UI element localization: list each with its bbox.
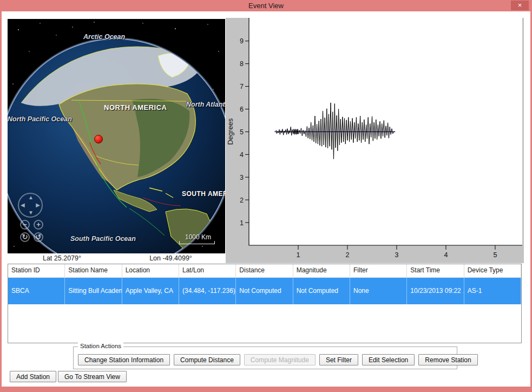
station-actions-group: Station Actions Change Station Informati… xyxy=(73,347,457,369)
pan-down-icon[interactable]: ▼ xyxy=(28,210,34,215)
svg-text:2: 2 xyxy=(346,251,350,259)
title-bar[interactable]: Event View × xyxy=(0,0,532,11)
svg-text:1: 1 xyxy=(297,251,300,259)
column-header-start-time[interactable]: Start Time xyxy=(407,264,464,277)
svg-text:3: 3 xyxy=(240,174,244,181)
svg-text:8: 8 xyxy=(240,60,244,68)
cell-start-time[interactable]: 10/23/2013 09:22 … xyxy=(407,278,464,304)
pan-right-icon[interactable]: ▶ xyxy=(36,202,40,208)
svg-text:5: 5 xyxy=(493,251,497,259)
go-to-stream-view-button[interactable]: Go To Stream View xyxy=(58,371,127,382)
cell-filter[interactable]: None xyxy=(350,278,407,304)
globe-earth-graphic xyxy=(8,19,225,253)
add-station-button[interactable]: Add Station xyxy=(10,371,56,382)
compute-distance-button[interactable]: Compute Distance xyxy=(174,354,240,365)
cursor-position-bar: Lat 25.2079° Lon -49.4099° xyxy=(8,253,225,264)
cell-location[interactable]: Apple Valley, CA xyxy=(122,278,179,304)
svg-text:7: 7 xyxy=(240,83,244,90)
svg-text:4: 4 xyxy=(240,151,244,159)
zoom-out-button[interactable]: − xyxy=(20,220,30,230)
close-button[interactable]: × xyxy=(511,1,529,10)
change-station-information-button[interactable]: Change Station Information xyxy=(78,354,170,365)
globe-map-panel[interactable]: Arctic Ocean North Pacific Ocean NORTH A… xyxy=(8,19,225,253)
svg-text:2: 2 xyxy=(240,197,244,204)
seismogram-plot: 12345678912345Time (Minutes)Degrees xyxy=(226,18,524,263)
edit-selection-button[interactable]: Edit Selection xyxy=(362,354,415,365)
station-actions-buttons: Change Station Information Compute Dista… xyxy=(78,354,478,365)
svg-text:Degrees: Degrees xyxy=(226,118,234,145)
cell-station-name[interactable]: Sitting Bull Academy xyxy=(65,278,122,304)
window-border-left xyxy=(0,11,2,392)
svg-text:Time (Minutes): Time (Minutes) xyxy=(373,262,420,263)
cell-station-id[interactable]: SBCA xyxy=(8,278,65,304)
station-actions-legend: Station Actions xyxy=(78,343,123,349)
svg-text:3: 3 xyxy=(395,251,398,259)
zoom-in-button[interactable]: + xyxy=(34,220,43,230)
latitude-readout: Lat 25.2079° xyxy=(8,253,116,264)
window-title: Event View xyxy=(0,2,532,10)
pan-compass-control[interactable]: ▲ ▼ ◀ ▶ xyxy=(18,193,43,218)
column-header-device-type[interactable]: Device Type xyxy=(464,264,521,277)
column-header-location[interactable]: Location xyxy=(122,264,179,277)
rotate-cw-button[interactable]: ↻ xyxy=(20,232,30,242)
table-header-row: Station ID Station Name Location Lat/Lon… xyxy=(8,264,521,278)
set-filter-button[interactable]: Set Filter xyxy=(319,354,358,365)
cell-device-type[interactable]: AS-1 xyxy=(464,278,521,304)
pan-up-icon[interactable]: ▲ xyxy=(28,195,34,200)
svg-text:9: 9 xyxy=(240,37,244,45)
remove-station-button[interactable]: Remove Station xyxy=(418,354,477,365)
column-header-station-name[interactable]: Station Name xyxy=(65,264,122,277)
cell-latlon[interactable]: (34.484, -117.236) xyxy=(179,278,236,304)
pan-left-icon[interactable]: ◀ xyxy=(21,202,25,208)
rotate-ccw-button[interactable]: ↺ xyxy=(34,232,43,242)
svg-text:6: 6 xyxy=(240,106,244,113)
column-header-latlon[interactable]: Lat/Lon xyxy=(179,264,236,277)
column-header-station-id[interactable]: Station ID xyxy=(8,264,65,277)
svg-text:4: 4 xyxy=(444,251,448,259)
column-header-distance[interactable]: Distance xyxy=(236,264,293,277)
compute-magnitude-button: Compute Magnitude xyxy=(244,354,316,365)
event-view-content: Arctic Ocean North Pacific Ocean NORTH A… xyxy=(2,11,530,387)
cell-magnitude[interactable]: Not Computed xyxy=(293,278,350,304)
scale-bar xyxy=(179,241,215,244)
cell-distance[interactable]: Not Computed xyxy=(236,278,293,304)
column-header-magnitude[interactable]: Magnitude xyxy=(293,264,350,277)
event-location-marker xyxy=(95,135,103,143)
longitude-readout: Lon -49.4099° xyxy=(116,253,225,264)
column-header-filter[interactable]: Filter xyxy=(350,264,407,277)
seismogram-chart-panel: 12345678912345Time (Minutes)Degrees xyxy=(226,18,524,263)
svg-text:5: 5 xyxy=(240,128,244,136)
window-border-bottom xyxy=(0,387,532,392)
station-table: Station ID Station Name Location Lat/Lon… xyxy=(8,264,522,343)
table-row-sbca-selected[interactable]: SBCA Sitting Bull Academy Apple Valley, … xyxy=(8,278,521,304)
svg-text:1: 1 xyxy=(240,219,244,227)
